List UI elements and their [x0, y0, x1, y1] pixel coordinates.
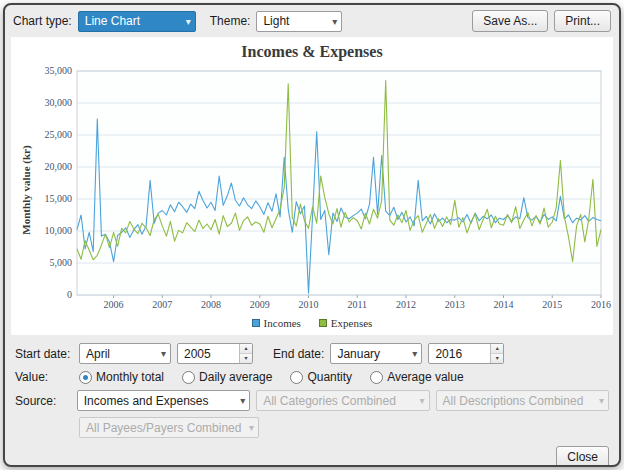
source-row: Source: Incomes and Expenses ▾ All Categ…: [15, 390, 609, 411]
radio-unselected-icon: [290, 371, 303, 384]
svg-text:0: 0: [67, 289, 72, 300]
start-year-value: 2005: [178, 344, 239, 363]
svg-text:15,000: 15,000: [45, 193, 73, 204]
chart-type-label: Chart type:: [13, 14, 72, 28]
controls-panel: Start date: April ▾ 2005 ▴ ▾ End date: J…: [5, 335, 619, 444]
svg-text:2010: 2010: [299, 299, 319, 310]
chart-body: Monthly value (kr) 05,00010,00015,00020,…: [13, 65, 611, 315]
chevron-down-icon: ▾: [412, 348, 417, 359]
svg-text:2007: 2007: [152, 299, 172, 310]
expenses-swatch-icon: [319, 319, 327, 327]
theme-label: Theme:: [210, 14, 251, 28]
chart-type-select[interactable]: Line Chart ▾: [78, 11, 196, 32]
chevron-down-icon: ▾: [161, 348, 166, 359]
spin-down-icon[interactable]: ▾: [491, 354, 503, 363]
svg-text:2012: 2012: [396, 299, 416, 310]
toolbar: Chart type: Line Chart ▾ Theme: Light ▾ …: [5, 5, 619, 37]
svg-text:2015: 2015: [542, 299, 562, 310]
y-axis-label: Monthly value (kr): [20, 125, 32, 255]
payees-select: All Payees/Payers Combined ▾: [79, 417, 259, 438]
end-date-label: End date:: [273, 347, 324, 361]
descriptions-value: All Descriptions Combined: [443, 394, 584, 408]
radio-selected-icon: [79, 371, 92, 384]
legend-item-incomes: Incomes: [252, 317, 301, 329]
chart-dialog: Chart type: Line Chart ▾ Theme: Light ▾ …: [3, 3, 621, 467]
close-button[interactable]: Close: [556, 446, 609, 467]
spinner-buttons: ▴ ▾: [490, 344, 503, 363]
radio-average-value[interactable]: Average value: [370, 370, 464, 384]
legend-label-expenses: Expenses: [331, 317, 373, 329]
spinner-buttons: ▴ ▾: [239, 344, 252, 363]
categories-value: All Categories Combined: [263, 394, 396, 408]
source-value: Incomes and Expenses: [84, 394, 209, 408]
source-select[interactable]: Incomes and Expenses ▾: [77, 390, 250, 411]
svg-text:2009: 2009: [250, 299, 270, 310]
chevron-down-icon: ▾: [420, 395, 425, 406]
svg-text:5,000: 5,000: [50, 257, 73, 268]
spin-up-icon[interactable]: ▴: [240, 344, 252, 354]
spin-down-icon[interactable]: ▾: [240, 354, 252, 363]
chevron-down-icon: ▾: [332, 16, 337, 27]
source-label: Source:: [15, 394, 71, 408]
chevron-down-icon: ▾: [240, 395, 245, 406]
svg-text:2016: 2016: [591, 299, 611, 310]
start-year-spinner[interactable]: 2005 ▴ ▾: [177, 343, 253, 364]
print-button[interactable]: Print...: [554, 10, 611, 32]
radio-quantity[interactable]: Quantity: [290, 370, 352, 384]
value-label: Value:: [15, 370, 73, 384]
legend-label-incomes: Incomes: [264, 317, 301, 329]
payees-row: All Payees/Payers Combined ▾: [15, 417, 609, 438]
start-month-select[interactable]: April ▾: [79, 343, 171, 364]
radio-monthly-total[interactable]: Monthly total: [79, 370, 164, 384]
radio-average-value-label: Average value: [387, 370, 464, 384]
categories-select: All Categories Combined ▾: [256, 390, 429, 411]
svg-text:2006: 2006: [104, 299, 124, 310]
svg-text:2011: 2011: [347, 299, 367, 310]
svg-text:30,000: 30,000: [45, 97, 73, 108]
chevron-down-icon: ▾: [249, 422, 254, 433]
chart-title: Incomes & Expenses: [13, 41, 611, 65]
end-year-value: 2016: [429, 344, 490, 363]
close-row: Close: [5, 444, 619, 467]
radio-daily-average[interactable]: Daily average: [182, 370, 272, 384]
radio-daily-average-label: Daily average: [199, 370, 272, 384]
svg-text:2013: 2013: [445, 299, 465, 310]
end-year-spinner[interactable]: 2016 ▴ ▾: [428, 343, 504, 364]
line-chart: 05,00010,00015,00020,00025,00030,00035,0…: [29, 65, 617, 315]
incomes-swatch-icon: [252, 319, 260, 327]
end-month-select[interactable]: January ▾: [330, 343, 422, 364]
radio-quantity-label: Quantity: [307, 370, 352, 384]
chart-legend: Incomes Expenses: [13, 315, 611, 333]
descriptions-select: All Descriptions Combined ▾: [436, 390, 609, 411]
svg-text:10,000: 10,000: [45, 225, 73, 236]
svg-text:2008: 2008: [201, 299, 221, 310]
radio-unselected-icon: [182, 371, 195, 384]
chart-type-value: Line Chart: [85, 14, 140, 28]
start-month-value: April: [86, 347, 110, 361]
save-as-button[interactable]: Save As...: [472, 10, 548, 32]
chevron-down-icon: ▾: [186, 16, 191, 27]
svg-text:25,000: 25,000: [45, 129, 73, 140]
end-month-value: January: [337, 347, 380, 361]
value-type-row: Value: Monthly total Daily average Quant…: [15, 370, 609, 384]
radio-monthly-total-label: Monthly total: [96, 370, 164, 384]
svg-text:20,000: 20,000: [45, 161, 73, 172]
spin-up-icon[interactable]: ▴: [491, 344, 503, 354]
chevron-down-icon: ▾: [599, 395, 604, 406]
svg-text:2014: 2014: [494, 299, 514, 310]
date-range-row: Start date: April ▾ 2005 ▴ ▾ End date: J…: [15, 343, 609, 364]
start-date-label: Start date:: [15, 347, 73, 361]
theme-select[interactable]: Light ▾: [256, 11, 342, 32]
radio-unselected-icon: [370, 371, 383, 384]
chart-panel: Incomes & Expenses Monthly value (kr) 05…: [11, 37, 613, 335]
legend-item-expenses: Expenses: [319, 317, 373, 329]
theme-value: Light: [263, 14, 289, 28]
payees-value: All Payees/Payers Combined: [86, 421, 241, 435]
svg-text:35,000: 35,000: [45, 65, 73, 76]
